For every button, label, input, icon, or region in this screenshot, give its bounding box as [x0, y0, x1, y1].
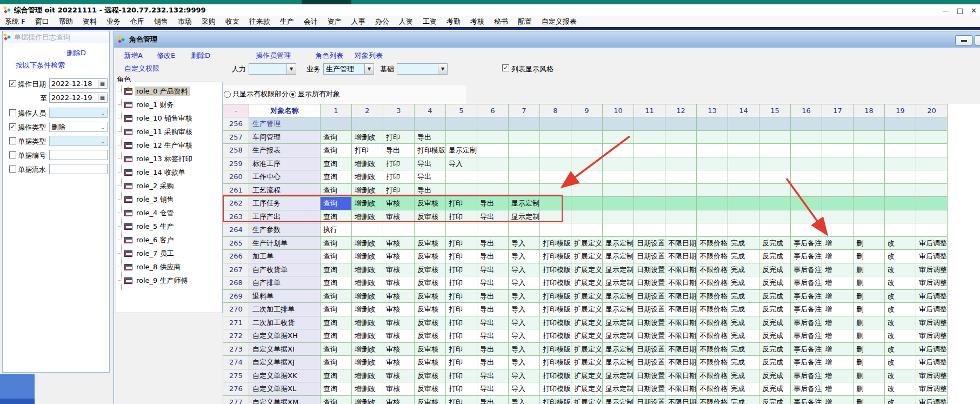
perm-cell[interactable]: 不限日期	[665, 369, 697, 383]
perm-cell[interactable]: 不限日期	[665, 250, 697, 263]
perm-cell[interactable]: 打印模版	[540, 237, 571, 250]
perm-cell[interactable]: 打印	[446, 316, 477, 330]
perm-cell[interactable]: 审后调整	[916, 290, 948, 303]
perm-cell[interactable]: 反审核	[415, 263, 446, 277]
perm-cell[interactable]: 打印模版	[540, 329, 571, 343]
object-name-cell[interactable]: 标准工序	[249, 157, 321, 171]
perm-cell[interactable]	[634, 157, 665, 171]
perm-cell[interactable]: 不限日期	[665, 343, 697, 356]
perm-cell[interactable]	[634, 170, 665, 184]
menu-item[interactable]: 帮助	[54, 17, 78, 27]
log-window-titlebar[interactable]: 单据操作日志查询	[3, 31, 109, 43]
perm-cell[interactable]: 改	[885, 356, 916, 369]
tree-item[interactable]: role_5 生产	[118, 220, 176, 233]
perm-cell[interactable]	[383, 223, 415, 237]
object-name-cell[interactable]: 生产管理	[249, 117, 321, 131]
perm-cell[interactable]	[571, 117, 603, 131]
tree-item[interactable]: role_6 客户	[118, 233, 176, 247]
perm-cell[interactable]	[665, 197, 697, 210]
perm-cell[interactable]	[854, 131, 885, 144]
perm-cell[interactable]	[321, 117, 352, 131]
perm-cell[interactable]: 导出	[415, 131, 446, 144]
perm-cell[interactable]	[728, 117, 759, 131]
perm-cell[interactable]: 删	[854, 276, 885, 290]
tree-item[interactable]: role_13 标签打印	[118, 152, 194, 165]
perm-cell[interactable]: 增删改	[352, 343, 383, 356]
perm-cell[interactable]	[477, 223, 509, 237]
perm-cell[interactable]: 导入	[509, 303, 540, 316]
perm-cell[interactable]: 增删改	[352, 290, 383, 303]
perm-cell[interactable]: 事后备注	[791, 343, 822, 356]
field-checkbox[interactable]	[9, 137, 16, 144]
object-name-cell[interactable]: 自定义单据XH	[249, 329, 321, 343]
perm-cell[interactable]: 事后备注	[791, 316, 822, 330]
perm-cell[interactable]: 审后调整	[916, 237, 948, 250]
perm-cell[interactable]	[540, 210, 571, 224]
perm-cell[interactable]: 不限日期	[665, 329, 697, 343]
perm-cell[interactable]: 增删改	[352, 276, 383, 290]
tree-item[interactable]: role_2 采购	[118, 179, 176, 193]
object-name-cell[interactable]: 退料单	[249, 290, 321, 303]
edit-button[interactable]: 修改E	[157, 51, 175, 61]
perm-cell[interactable]: 反审核	[415, 197, 446, 210]
tree-item[interactable]: role_10 销售审核	[118, 111, 194, 125]
child-minimize-button[interactable]	[955, 35, 972, 45]
perm-cell[interactable]: 显示定制	[509, 210, 540, 224]
perm-cell[interactable]: 审后调整	[916, 276, 948, 290]
perm-cell[interactable]: 查询	[321, 237, 352, 250]
perm-cell[interactable]: 改	[885, 276, 916, 290]
perm-cell[interactable]: 打印	[383, 184, 415, 197]
perm-cell[interactable]: 不限日期	[665, 316, 697, 330]
perm-cell[interactable]: 查询	[321, 170, 352, 184]
perm-cell[interactable]: 打印	[352, 144, 383, 157]
perm-cell[interactable]: 审核	[383, 343, 415, 356]
perm-cell[interactable]	[603, 184, 634, 197]
perm-cell[interactable]: 增删改	[352, 382, 383, 396]
perm-cell[interactable]	[885, 210, 916, 224]
field-checkbox[interactable]	[9, 123, 16, 130]
text-input[interactable]	[49, 150, 108, 160]
perm-cell[interactable]: 查询	[321, 263, 352, 277]
perm-cell[interactable]: 打印	[446, 237, 477, 250]
perm-cell[interactable]: 反完成	[759, 343, 791, 356]
object-name-cell[interactable]: 自定义单据XJ	[249, 356, 321, 369]
perm-cell[interactable]: 删	[854, 316, 885, 330]
perm-cell[interactable]	[603, 210, 634, 224]
perm-cell[interactable]: 显示定制	[603, 276, 634, 290]
menu-item[interactable]: 办公	[370, 17, 394, 27]
field-checkbox[interactable]	[9, 80, 16, 87]
perm-cell[interactable]: 增删改	[352, 237, 383, 250]
perm-cell[interactable]: 完成	[728, 382, 759, 396]
perm-cell[interactable]: 查询	[321, 316, 352, 330]
chevron-down-icon[interactable]	[438, 64, 447, 74]
perm-cell[interactable]	[822, 117, 854, 131]
perm-cell[interactable]: 改	[885, 237, 916, 250]
object-name-cell[interactable]: 二次加工收货	[249, 316, 321, 330]
role-list-link[interactable]: 角色列表	[315, 51, 343, 61]
perm-cell[interactable]	[759, 184, 791, 197]
perm-cell[interactable]	[383, 117, 415, 131]
perm-cell[interactable]: 查询	[321, 356, 352, 369]
perm-cell[interactable]: 反完成	[759, 396, 791, 404]
menu-item[interactable]: 考核	[465, 17, 489, 27]
menu-item[interactable]: 人资	[394, 17, 418, 27]
field-checkbox[interactable]	[9, 165, 16, 173]
perm-cell[interactable]: 查询	[321, 250, 352, 263]
perm-cell[interactable]	[634, 131, 665, 144]
perm-cell[interactable]: 增	[822, 396, 854, 404]
menu-item[interactable]: 资产	[323, 17, 346, 27]
object-name-cell[interactable]: 生产计划单	[249, 237, 321, 250]
perm-cell[interactable]	[728, 210, 759, 224]
perm-cell[interactable]: 反完成	[759, 369, 791, 383]
tree-item[interactable]: role_14 收款单	[118, 165, 187, 179]
perm-cell[interactable]: 增	[822, 290, 854, 303]
perm-cell[interactable]: 改	[885, 382, 916, 396]
perm-cell[interactable]: 打印	[383, 131, 415, 144]
perm-cell[interactable]: 导出	[477, 263, 509, 277]
operator-mgmt-link[interactable]: 操作员管理	[256, 51, 291, 61]
perm-cell[interactable]: 不限日期	[665, 303, 697, 316]
perm-cell[interactable]: 扩展定义	[571, 263, 603, 277]
perm-cell[interactable]	[916, 184, 948, 197]
perm-cell[interactable]: 导入	[509, 343, 540, 356]
perm-cell[interactable]: 导出	[415, 184, 446, 197]
